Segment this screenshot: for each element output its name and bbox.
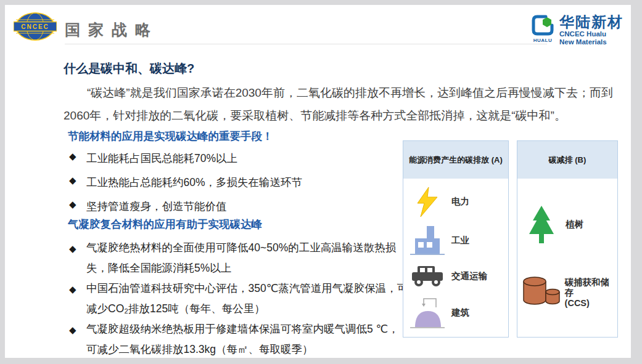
hualu-word: HUALU [529,38,556,43]
panel-label-line2: (CCS) [565,298,617,309]
bullet-diamond-icon: ◆ [69,151,76,162]
bullet-diamond-icon: ◆ [69,175,76,186]
section2-list: ◆ 工业能耗占国民总能耗70%以上 ◆ 工业热能占总能耗约60%，多损失在输送环… [69,151,405,223]
list-item: ◆ 气凝胶绝热材料的全面使用可降低40~50%的工业高温输送散热损失，降低全国能… [69,238,409,278]
reduction-box-title: 碳减排 (B) [517,141,617,179]
page-title: 国家战略 [65,20,158,40]
car-icon [403,264,451,288]
panel-row-building: 建筑 [403,295,508,330]
header-divider [65,44,547,44]
list-item: ◆ 工业热能占总能耗约60%，多损失在输送环节 [69,175,405,190]
list-item: ◆ 气凝胶超级纳米绝热板用于修建墙体保温可将室内暖气调低5 ℃，可减少二氧化碳排… [69,319,409,360]
svg-text:CNCEC: CNCEC [21,23,49,30]
panel-row-electricity: 电力 [403,186,508,218]
bullet-text: 工业能耗占国民总能耗70%以上 [86,152,237,164]
panel-label-line1: 碳捕获和储存 [565,277,610,297]
lightning-icon [403,186,451,218]
brand-text: 华陆新材 CNCEC Hualu New Materials [559,14,623,46]
emissions-box: 能源消费产生的碳排放 (A) 电力 [403,140,509,338]
panel-row-ccs: 碳捕获和储存(CCS) [517,275,617,310]
bullet-text: 坚持管道瘦身，创造节能价值 [86,200,227,212]
panel-label: 工业 [451,235,469,246]
panel-label: 建筑 [451,307,469,318]
panel-label: 碳捕获和储存(CCS) [565,277,617,309]
panel-row-transport: 交通运输 [403,264,508,288]
emissions-box-title: 能源消费产生的碳排放 (A) [403,141,508,179]
barrels-icon [517,275,565,310]
bullet-text: 气凝胶超级纳米绝热板用于修建墙体保温可将室内暖气调低5 ℃，可减少二氧化碳排放1… [86,323,399,355]
bullet-text: 工业热能占总能耗约60%，多损失在输送环节 [86,176,302,188]
panel-row-tree: 植树 [517,206,617,244]
panel-label: 交通运输 [451,271,487,281]
brand-logo: HUALU 华陆新材 CNCEC Hualu New Materials [529,14,623,46]
section3-heading: 气凝胶复合材料的应用有助于实现碳达峰 [68,217,262,232]
bullet-diamond-icon: ◆ [69,199,76,210]
section1-heading: 什么是碳中和、碳达峰? [64,60,194,77]
section2-heading: 节能材料的应用是实现碳达峰的重要手段！ [68,129,273,144]
reduction-box-body: 植树 碳捕获和储存(CCS) [517,179,617,337]
bullet-diamond-icon: ◆ [69,279,76,299]
building-icon [403,295,451,330]
brand-name-en1: CNCEC Hualu [559,30,623,38]
list-item: ◆ 坚持管道瘦身，创造节能价值 [69,199,405,214]
section3-list: ◆ 气凝胶绝热材料的全面使用可降低40~50%的工业高温输送散热损失，降低全国能… [69,238,409,360]
section1-paragraph: “碳达峰”就是我们国家承诺在2030年前，二氧化碳的排放不再增长，达到峰值之后再… [64,81,625,127]
reduction-box: 碳减排 (B) 植树 [517,140,618,338]
hualu-mark-icon: HUALU [529,14,556,43]
bullet-text: 中国石油管道科技研究中心评估，350℃蒸汽管道用气凝胶保温，可减少CO₂排放12… [86,282,408,315]
tree-icon [517,206,566,244]
bullet-diamond-icon: ◆ [69,320,76,340]
emissions-box-body: 电力 工业 [403,179,508,337]
list-item: ◆ 中国石油管道科技研究中心评估，350℃蒸汽管道用气凝胶保温，可减少CO₂排放… [69,278,409,319]
cncec-logo: CNCEC [14,11,57,42]
panel-label: 植树 [566,219,583,230]
factory-icon [403,225,451,257]
brand-name-en2: New Materials [559,38,623,46]
panel-label: 电力 [451,196,469,207]
list-item: ◆ 工业能耗占国民总能耗70%以上 [69,151,405,166]
slide: CNCEC 国家战略 HUALU 华陆新材 CNCEC Hualu New Ma… [5,5,631,358]
bullet-diamond-icon: ◆ [69,238,76,259]
brand-name-cn: 华陆新材 [559,14,623,30]
panel-row-industry: 工业 [403,225,508,257]
bullet-text: 气凝胶绝热材料的全面使用可降低40~50%的工业高温输送散热损失，降低全国能源消… [86,241,396,274]
